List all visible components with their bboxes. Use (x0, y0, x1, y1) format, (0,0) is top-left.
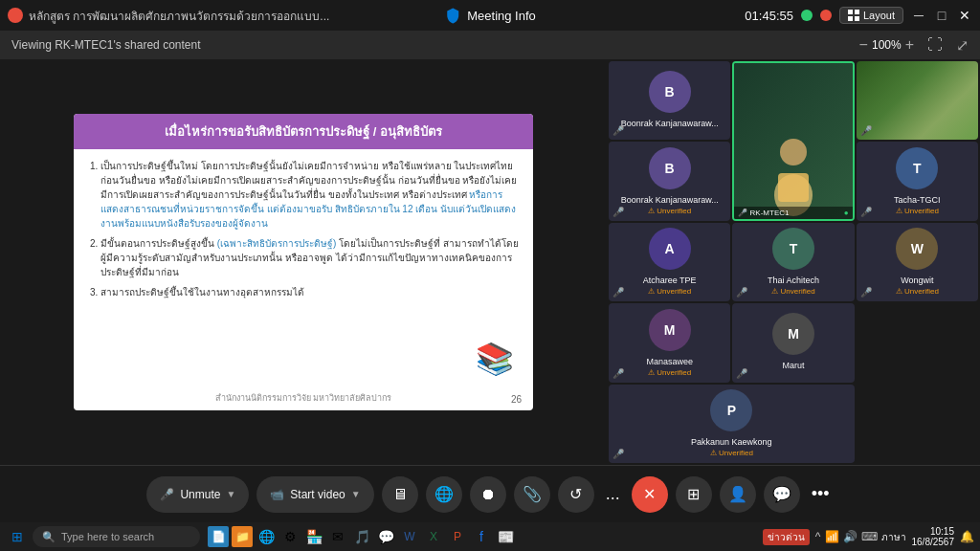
keyboard-icon[interactable]: ⌨ (861, 530, 878, 543)
whiteboard-button[interactable]: ↺ (558, 476, 594, 513)
taskbar-app-settings[interactable]: ⚙ (279, 526, 301, 547)
windows-logo: ⊞ (11, 529, 23, 544)
word-icon: W (404, 530, 414, 543)
zoom-controls: − 100% + ⛶ ⤢ (859, 36, 969, 55)
taskbar-apps: 📄 📁 🌐 ⚙ 🏪 ✉ 🎵 💬 W X P (208, 526, 516, 547)
participants-button[interactable]: 👤 (720, 476, 756, 513)
taskbar-app-spotify[interactable]: 🎵 (351, 526, 372, 547)
mute-icon-thai: 🎤 (736, 287, 747, 298)
participant-card-thai[interactable]: T Thai Achitech ⚠ Unverified 🎤 (732, 223, 854, 301)
slide-body: เป็นการประดิษฐ์ขึ้นใหม่ โดยการประดิษฐ์นั… (74, 149, 533, 315)
taskbar-app-word[interactable]: W (399, 526, 420, 547)
more-options-button[interactable]: ••• (808, 484, 834, 504)
unmute-caret: ▼ (226, 489, 235, 499)
participant-name-atcharee: Atcharee TPE (639, 274, 701, 287)
title-bar-left: หลักสูตร การพัฒนาผลิตศักยภาพนวัตกรรมด้วย… (8, 7, 745, 25)
taskbar-app-store[interactable]: 🏪 (303, 526, 324, 547)
record-button[interactable]: ⏺ (470, 476, 506, 513)
participant-card-boonrak1[interactable]: B Boonrak Kanjanawaraw... 🎤 (609, 61, 730, 140)
taskbar-app-pp[interactable]: P (447, 526, 468, 547)
avatar-tacha: T (896, 147, 938, 189)
svg-point-4 (780, 139, 807, 165)
svg-rect-6 (778, 173, 809, 202)
ime-icon[interactable]: ภาษา (881, 530, 906, 544)
participant-name-manasawee: Manasawee (642, 355, 697, 368)
participant-card-rkmtec1[interactable]: 🎤 RK-MTEC1 ● (732, 61, 854, 221)
participant-card-pakkanun[interactable]: P Pakkanun Kaewkong ⚠ Unverified 🎤 (609, 385, 855, 463)
taskbar-app-edge[interactable]: 🌐 (256, 526, 277, 547)
chevron-up-icon[interactable]: ^ (815, 530, 821, 543)
taskbar-app-news[interactable]: 📰 (495, 526, 516, 547)
edge-icon: 🌐 (258, 529, 275, 544)
start-video-button[interactable]: 📹 Start video ▼ (256, 476, 373, 513)
minimize-button[interactable]: ─ (911, 8, 926, 23)
grid-view-button[interactable]: ⊞ (676, 476, 712, 513)
taskbar-app-folder[interactable]: 📁 (232, 526, 253, 547)
unmute-button[interactable]: 🎤 Unmute ▼ (146, 476, 249, 513)
mic-icon: 🎤 (160, 488, 174, 501)
slide-item-1: เป็นการประดิษฐ์ขึ้นใหม่ โดยการประดิษฐ์นั… (100, 159, 520, 231)
slide-number: 26 (511, 394, 522, 405)
notification-area: ^ 📶 🔊 ⌨ ภาษา (815, 530, 906, 544)
zoom-value: 100% (872, 38, 902, 52)
clock-time: 10:15 (912, 526, 955, 537)
participant-name-thai: Thai Achitech (764, 274, 823, 287)
slide-header: เมื่อไหร่การขอรับสิทธิบัตรการประดิษฐ์ / … (74, 114, 533, 149)
participant-card-atcharee[interactable]: A Atcharee TPE ⚠ Unverified 🎤 (609, 223, 730, 301)
rkmtec1-info-bar: 🎤 RK-MTEC1 ● (734, 207, 852, 219)
taskbar-app-facebook[interactable]: f (471, 526, 492, 547)
slide-item-2: มีขั้นตอนการประดิษฐ์สูงขึ้น (เฉพาะสิทธิบ… (100, 236, 520, 279)
taskbar-time: 10:15 16/8/2567 (912, 526, 955, 547)
slide-footer: สำนักงานนิติกรรมการวิจัย มหาวิทยาลัยศิลป… (74, 391, 533, 405)
participant-card-boonrak2[interactable]: B Boonrak Kanjanawaraw... ⚠ Unverified 🎤 (609, 142, 730, 220)
zoom-in-button[interactable]: + (905, 36, 914, 54)
unmute-label: Unmute (180, 488, 220, 501)
mute-icon-manasawee: 🎤 (612, 368, 624, 379)
reactions-button[interactable]: 🌐 (426, 476, 462, 513)
unverified-thai: ⚠ Unverified (771, 287, 814, 296)
taskbar-search[interactable]: 🔍 Type here to search (33, 526, 200, 547)
participant-card-landscape[interactable]: 🎤 (857, 61, 978, 140)
share-screen-button[interactable]: 🖥 (382, 476, 418, 513)
unverified-wongwit: ⚠ Unverified (896, 287, 939, 296)
maximize-button[interactable]: □ (934, 8, 949, 23)
fullscreen-icon[interactable]: ⛶ (927, 36, 943, 54)
folder-icon: 📁 (235, 530, 250, 543)
mute-icon-pakkanun: 🎤 (612, 449, 624, 459)
close-button[interactable]: ✕ (957, 8, 972, 23)
participant-name-boonrak1: Boonrak Kanjanawaraw... (617, 117, 723, 130)
video-caret: ▼ (351, 489, 361, 499)
network-icon[interactable]: 📶 (825, 530, 839, 543)
taskbar-app-mail[interactable]: ✉ (327, 526, 348, 547)
participant-name-boonrak2: Boonrak Kanjanawaraw... (617, 193, 723, 207)
zoom-out-button[interactable]: − (859, 36, 868, 54)
powerpoint-icon: P (454, 530, 461, 543)
participant-card-marut[interactable]: M Marut 🎤 (732, 303, 854, 382)
taskbar-app-line[interactable]: 💬 (375, 526, 396, 547)
end-call-button[interactable]: ✕ (632, 476, 668, 513)
title-bar-right: 01:45:55 Layout ─ □ ✕ (745, 7, 972, 24)
rkmtec1-video (734, 63, 852, 219)
news-icon: 📰 (498, 529, 514, 544)
notification-bell-icon[interactable]: 🔔 (960, 530, 974, 543)
participant-card-manasawee[interactable]: M Manasawee ⚠ Unverified 🎤 (609, 303, 730, 382)
start-button[interactable]: ⊞ (6, 525, 29, 548)
viewing-label: Viewing RK-MTEC1's shared content (11, 38, 201, 52)
layout-button[interactable]: Layout (839, 7, 903, 24)
participant-card-tacha[interactable]: T Tacha-TGCI ⚠ Unverified 🎤 (857, 142, 978, 220)
clock-date: 16/8/2567 (912, 537, 955, 547)
taskbar-app-file[interactable]: 📄 (208, 526, 229, 547)
reactions-icon: 🌐 (434, 485, 454, 503)
annotate-button[interactable]: 📎 (514, 476, 550, 513)
expand-icon[interactable]: ⤢ (956, 36, 969, 55)
taskbar-app-excel[interactable]: X (423, 526, 444, 547)
avatar-pakkanun: P (710, 389, 752, 431)
time-display: 01:45:55 (745, 9, 793, 23)
speaker-icon[interactable]: 🔊 (843, 530, 858, 543)
chat-button[interactable]: 💬 (764, 476, 800, 513)
participant-card-wongwit[interactable]: W Wongwit ⚠ Unverified 🎤 (857, 223, 978, 301)
more-button[interactable]: ... (602, 484, 624, 504)
title-bar-center: Meeting Info (444, 7, 536, 24)
avatar-boonrak2: B (649, 147, 691, 189)
avatar-wongwit: W (896, 228, 938, 270)
